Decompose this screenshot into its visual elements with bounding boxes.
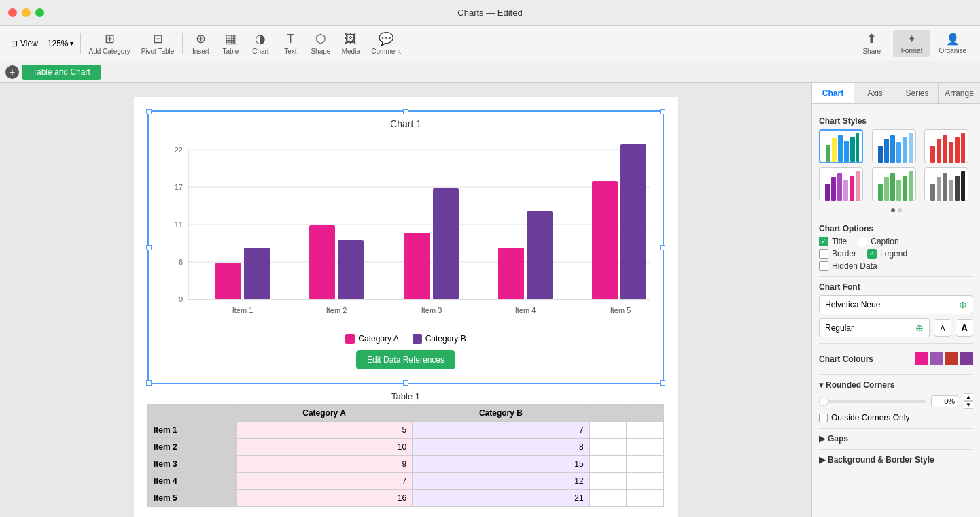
shape-label: Shape — [311, 48, 330, 55]
cell-a-4[interactable]: 16 — [237, 490, 413, 507]
option-row-2: Border ✓ Legend — [819, 249, 973, 258]
option-legend[interactable]: ✓ Legend — [867, 249, 907, 258]
cell-b-4[interactable]: 21 — [413, 490, 590, 507]
style-swatch-2[interactable] — [872, 129, 916, 163]
table-label: Table — [222, 48, 239, 55]
zoom-control[interactable]: 125% ▾ — [43, 36, 77, 51]
edit-data-references-button[interactable]: Edit Data References — [356, 350, 455, 369]
style-swatch-6[interactable] — [924, 167, 968, 201]
resize-handle-br[interactable] — [660, 380, 665, 386]
organise-label: Organise — [939, 47, 966, 54]
option-caption[interactable]: Caption — [858, 237, 898, 246]
style-swatch-3[interactable] — [924, 129, 968, 163]
view-button[interactable]: ⊡ View — [5, 36, 43, 51]
dot-2[interactable] — [898, 208, 902, 212]
style-swatch-5[interactable] — [872, 167, 916, 201]
color-swatch-2[interactable] — [930, 352, 943, 365]
table-title: Table 1 — [147, 391, 664, 401]
legend-checkbox[interactable]: ✓ — [867, 249, 877, 258]
resize-handle-bm[interactable] — [403, 380, 408, 386]
resize-handle-ml[interactable] — [146, 245, 152, 250]
bg-border-header[interactable]: ▶ Background & Border Style — [819, 455, 973, 465]
style-pagination — [819, 208, 973, 212]
svg-rect-57 — [930, 184, 935, 201]
legend-label-a: Category A — [358, 334, 398, 344]
font-name-select[interactable]: Helvetica Neue ⊕ — [819, 295, 973, 314]
style-swatch-1[interactable] — [819, 129, 863, 163]
color-swatch-1[interactable] — [915, 352, 928, 365]
resize-handle-bl[interactable] — [146, 380, 152, 386]
slider-thumb[interactable] — [819, 397, 828, 406]
option-title[interactable]: ✓ Title — [819, 237, 847, 246]
font-size-small-button[interactable]: A — [934, 319, 951, 337]
table-button[interactable]: ▦ Table — [215, 29, 245, 58]
minimize-button[interactable] — [22, 8, 31, 17]
style-swatch-4[interactable] — [819, 167, 863, 201]
svg-rect-42 — [949, 142, 953, 163]
chart-colours-row: Chart Colours — [819, 349, 973, 367]
rounded-corners-slider[interactable] — [819, 400, 926, 403]
cell-b-2[interactable]: 15 — [413, 456, 590, 473]
increment-button[interactable]: ▲ — [964, 393, 973, 401]
insert-button[interactable]: ⊕ Insert — [186, 29, 215, 58]
outside-corners-checkbox[interactable] — [819, 414, 828, 422]
cell-empty1-0 — [589, 422, 627, 439]
option-row-1: ✓ Title Caption — [819, 237, 973, 246]
cell-a-1[interactable]: 10 — [237, 439, 413, 456]
close-button[interactable] — [8, 8, 17, 17]
text-icon: T — [287, 32, 294, 46]
cell-a-3[interactable]: 7 — [237, 473, 413, 490]
rounded-corners-header[interactable]: ▾ Rounded Corners — [819, 380, 973, 390]
text-button[interactable]: T Text — [275, 29, 305, 58]
rounded-corners-input[interactable] — [931, 395, 958, 407]
option-hidden-data[interactable]: Hidden Data — [819, 261, 877, 271]
svg-rect-45 — [825, 184, 830, 201]
chart-toolbar-button[interactable]: ◑ Chart — [245, 29, 275, 58]
svg-rect-46 — [831, 177, 836, 201]
fullscreen-button[interactable] — [35, 8, 44, 17]
hidden-data-checkbox[interactable] — [819, 261, 828, 271]
cell-b-1[interactable]: 8 — [413, 439, 590, 456]
chart-legend: Category A Category B — [156, 334, 656, 344]
resize-handle-tm[interactable] — [403, 109, 408, 114]
canvas-content: Chart 1 0 6 11 17 22 — [134, 97, 678, 517]
add-category-button[interactable]: ⊞ Add Category — [84, 29, 136, 58]
tab-arrange[interactable]: Arrange — [939, 83, 980, 103]
tab-chart[interactable]: Chart — [812, 83, 854, 103]
share-button[interactable]: ⬆ Share — [857, 29, 887, 58]
color-swatch-4[interactable] — [960, 352, 973, 365]
cell-a-2[interactable]: 9 — [237, 456, 413, 473]
svg-rect-36 — [896, 142, 901, 163]
font-size-large-button[interactable]: A — [956, 319, 973, 337]
svg-rect-52 — [884, 177, 889, 201]
chart-styles-grid — [819, 129, 973, 201]
dot-1[interactable] — [891, 208, 895, 212]
font-weight-select[interactable]: Regular ⊕ — [819, 318, 930, 337]
pivot-table-button[interactable]: ⊟ Pivot Table — [136, 29, 180, 58]
title-checkbox[interactable]: ✓ — [819, 237, 828, 246]
format-button[interactable]: ✦ Format — [893, 30, 931, 57]
resize-handle-tr[interactable] — [660, 109, 665, 114]
caption-checkbox[interactable] — [858, 237, 867, 246]
organise-button[interactable]: 👤 Organise — [930, 30, 975, 57]
resize-handle-tl[interactable] — [146, 109, 152, 114]
sheet-tab-table-and-chart[interactable]: Table and Chart — [22, 65, 101, 80]
cell-b-0[interactable]: 7 — [413, 422, 590, 439]
tab-axis[interactable]: Axis — [854, 83, 896, 103]
add-sheet-button[interactable]: + — [5, 65, 19, 79]
gaps-header[interactable]: ▶ Gaps — [819, 434, 973, 444]
cell-b-3[interactable]: 12 — [413, 473, 590, 490]
option-border[interactable]: Border — [819, 249, 856, 258]
shape-button[interactable]: ⬡ Shape — [305, 29, 336, 58]
tab-series[interactable]: Series — [896, 83, 939, 103]
media-button[interactable]: 🖼 Media — [336, 29, 366, 58]
border-checkbox[interactable] — [819, 249, 828, 258]
color-swatch-3[interactable] — [945, 352, 958, 365]
comment-button[interactable]: 💬 Comment — [366, 29, 406, 58]
cell-a-0[interactable]: 5 — [237, 422, 413, 439]
chart-container[interactable]: Chart 1 0 6 11 17 22 — [147, 110, 664, 384]
resize-handle-mr[interactable] — [660, 245, 665, 250]
cell-empty2-1 — [627, 439, 664, 456]
decrement-button[interactable]: ▼ — [964, 401, 973, 409]
chart-svg: 0 6 11 17 22 Item 1 Item 2 — [156, 136, 656, 327]
